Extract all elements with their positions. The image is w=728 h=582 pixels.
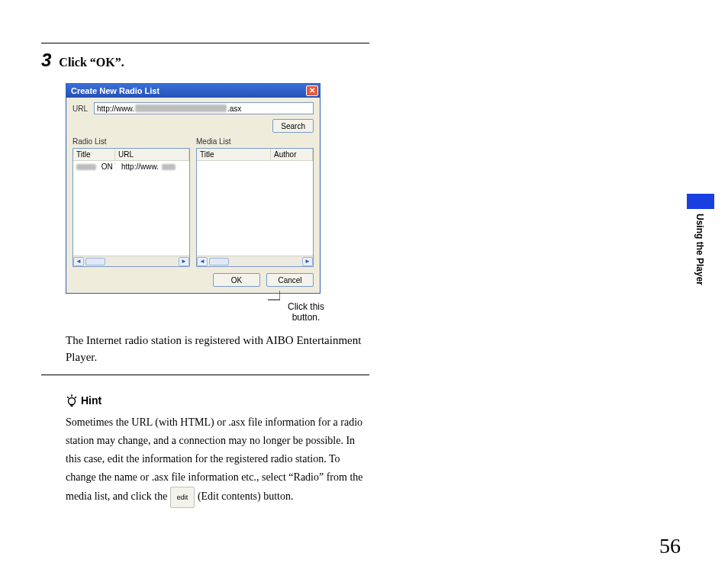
medialist-header: Title Author: [197, 149, 313, 161]
callout-line1: Click this: [288, 301, 324, 312]
dialog-title: Create New Radio List: [71, 86, 159, 95]
hint-text-before: Sometimes the URL (with HTML) or .asx fi…: [66, 416, 363, 502]
radiolist-listbox[interactable]: Title URL ON WEB http://www. ◄: [72, 148, 190, 267]
page-number: 56: [659, 534, 681, 558]
url-text-suffix: .asx: [227, 105, 241, 113]
url-text-prefix: http://www.: [97, 105, 134, 113]
radiolist-row-title: ON WEB: [98, 161, 115, 172]
step-description: The Internet radio station is registered…: [66, 332, 369, 365]
radiolist-label: Radio List: [72, 137, 190, 146]
medialist-head-author: Author: [271, 149, 313, 160]
svg-line-4: [75, 397, 76, 398]
ok-button[interactable]: OK: [213, 273, 260, 287]
medialist-label: Media List: [196, 137, 314, 146]
scroll-right-icon[interactable]: ►: [302, 257, 313, 266]
redacted-text: [135, 105, 227, 112]
search-button[interactable]: Search: [272, 119, 314, 133]
cancel-button[interactable]: Cancel: [266, 273, 314, 287]
callout-connector: [268, 291, 280, 306]
callout-line2: button.: [292, 312, 321, 323]
radiolist-head-url: URL: [115, 149, 189, 160]
create-radio-list-dialog: Create New Radio List ✕ URL http://www..…: [66, 83, 321, 294]
hint-text-after: (Edit contents) button.: [198, 490, 294, 502]
section-tab-marker: [687, 194, 714, 209]
scroll-right-icon[interactable]: ►: [179, 257, 189, 266]
url-label: URL: [72, 105, 88, 113]
medialist-listbox[interactable]: Title Author ◄ ►: [196, 148, 314, 267]
scroll-left-icon[interactable]: ◄: [197, 257, 208, 266]
close-icon[interactable]: ✕: [306, 85, 318, 96]
radiolist-header: Title URL: [73, 149, 189, 161]
medialist-head-title: Title: [197, 149, 271, 160]
section-rule: [41, 43, 369, 43]
radiolist-head-title: Title: [73, 149, 115, 160]
hint-body: Sometimes the URL (with HTML) or .asx fi…: [66, 413, 369, 508]
section-tab-label: Using the Player: [694, 214, 705, 285]
section-tab: Using the Player: [687, 194, 714, 308]
step-number: 3: [41, 51, 51, 69]
callout-label: Click this button.: [279, 301, 333, 323]
list-item[interactable]: ON WEB http://www.: [73, 161, 189, 172]
step-heading: 3 Click “OK”.: [41, 51, 369, 69]
edit-contents-button: edit: [170, 487, 195, 508]
svg-rect-1: [71, 404, 73, 407]
redacted-text: [162, 164, 176, 170]
scroll-thumb[interactable]: [209, 258, 229, 265]
hint-label: Hint: [81, 394, 101, 407]
step-instruction: Click “OK”.: [59, 56, 124, 69]
redacted-text: [76, 164, 96, 170]
scrollbar-horizontal[interactable]: ◄ ►: [197, 256, 313, 266]
hint-heading: Hint: [66, 394, 369, 407]
section-rule: [41, 375, 369, 375]
hint-icon: [66, 394, 78, 407]
svg-line-3: [67, 397, 69, 398]
scroll-thumb[interactable]: [85, 258, 105, 265]
radiolist-row-url: http://www.: [118, 161, 162, 172]
svg-point-0: [69, 398, 76, 405]
scroll-left-icon[interactable]: ◄: [73, 257, 84, 266]
scrollbar-horizontal[interactable]: ◄ ►: [73, 256, 189, 266]
dialog-titlebar[interactable]: Create New Radio List ✕: [66, 84, 320, 98]
url-input[interactable]: http://www..asx: [94, 102, 314, 114]
